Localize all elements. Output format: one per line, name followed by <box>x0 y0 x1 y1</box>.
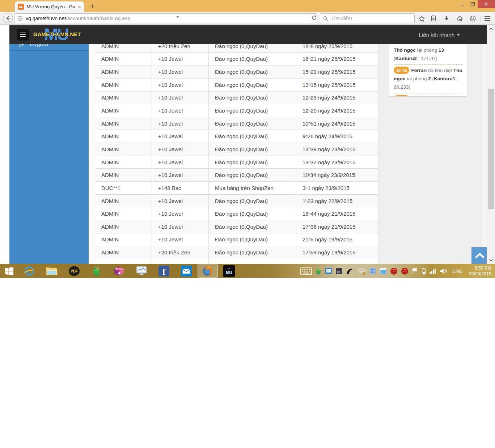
taskbar: e PDF VIE TEX f ✶MU <box>0 264 495 278</box>
mail-button[interactable] <box>175 264 198 278</box>
quick-links-dropdown[interactable]: Liên kết nhanh <box>419 32 460 38</box>
facebook-f-label: f <box>162 267 165 276</box>
home-icon[interactable] <box>456 14 464 22</box>
red-game-badge-1-icon[interactable]: 10 <box>390 267 398 275</box>
chat-smiley-icon[interactable] <box>469 14 477 22</box>
cell-description: Đào ngọc (0,QuyDau) <box>209 53 296 65</box>
reload-icon[interactable] <box>311 15 317 22</box>
file-explorer-button[interactable] <box>41 264 63 278</box>
cell-description: Đào ngọc (0,QuyDau) <box>209 130 296 143</box>
cell-user: ADMIN <box>95 195 152 207</box>
clock-time: 6:50 PM <box>469 265 491 271</box>
cell-amount: +20 triệu Zen <box>152 246 209 259</box>
volume-icon[interactable] <box>440 268 448 274</box>
language-indicator[interactable]: ENG <box>452 269 462 274</box>
cell-timestamp: 18h44 ngày 21/9/2015 <box>296 207 379 220</box>
url-path: /account/#auth/BankLog.asp <box>66 16 130 21</box>
sumatra-pdf-button[interactable]: PDF <box>63 264 85 278</box>
cell-timestamp: 11h34 ngày 23/9/2015 <box>296 169 379 181</box>
scrollbar-thumb[interactable] <box>488 89 494 209</box>
scrollbar-up-icon[interactable] <box>487 26 495 31</box>
cell-description: Đào ngọc (0,QuyDau) <box>209 104 296 117</box>
back-button[interactable] <box>3 13 13 23</box>
firefox-button[interactable] <box>198 265 218 278</box>
envelope-icon <box>182 269 190 274</box>
bookmark-star-icon[interactable] <box>418 14 426 22</box>
cell-timestamp: 13h32 ngày 23/9/2015 <box>296 156 379 169</box>
time-badge: 18h40 <box>394 95 409 96</box>
search-icon <box>323 16 328 21</box>
url-host: vq.gamethuvn.net <box>26 16 66 21</box>
cell-timestamp: 16h21 ngày 25/9/2015 <box>296 53 379 65</box>
scrollbar-down-icon[interactable] <box>487 257 495 263</box>
touch-keyboard-icon[interactable] <box>300 267 312 275</box>
swoosh-app-icon[interactable] <box>346 267 354 275</box>
chevron-up-icon <box>475 253 485 258</box>
cell-amount: +10 Jewel <box>152 233 209 246</box>
scroll-to-top-button[interactable] <box>471 247 488 264</box>
url-dropdown-icon[interactable] <box>176 16 179 18</box>
cell-user: ADMIN <box>95 92 152 104</box>
new-tab-button[interactable]: + <box>88 2 97 11</box>
red-game-badge-2-icon[interactable]: 10 <box>401 267 409 275</box>
browser-menu-icon[interactable] <box>483 14 491 22</box>
system-monitor-button[interactable] <box>130 264 153 278</box>
dotted-divider <box>394 64 462 65</box>
search-input[interactable]: Tìm kiếm <box>320 13 415 23</box>
sidebar-toggle-button[interactable] <box>17 29 29 41</box>
svg-text:E: E <box>371 269 375 274</box>
action-center-flag-icon[interactable] <box>412 267 418 275</box>
cell-description: Đào ngọc (0,QuyDau) <box>209 79 296 91</box>
cell-user: ADMIN <box>95 169 152 181</box>
site-globe-icon <box>17 16 23 21</box>
tab-close-icon[interactable]: × <box>78 4 81 10</box>
vertical-scrollbar[interactable] <box>487 25 495 264</box>
ime-icon[interactable] <box>325 267 332 275</box>
cell-amount: +148 Bac <box>152 182 209 194</box>
window-preview-icon[interactable] <box>335 267 343 275</box>
site-logo[interactable]: MU GAMETHUVN.NET <box>33 26 79 44</box>
ie-e-icon[interactable]: E <box>369 267 376 275</box>
browser-toolbar: vq.gamethuvn.net/account/#auth/BankLog.a… <box>0 12 495 25</box>
battery-icon[interactable] <box>422 267 426 275</box>
unikey-parrot-icon[interactable] <box>315 267 322 275</box>
restore-button[interactable] <box>468 0 478 8</box>
table-row: ADMIN+10 JewelĐào ngọc (0,QuyDau)18h44 n… <box>95 207 378 220</box>
cell-user: ADMIN <box>95 53 152 65</box>
search-placeholder: Tìm kiếm <box>331 16 352 21</box>
cell-amount: +10 Jewel <box>152 195 209 207</box>
cell-amount: +10 Jewel <box>152 220 209 233</box>
close-button[interactable]: ✕ <box>478 0 495 8</box>
cell-timestamp: 17h59 ngày 19/9/2015 <box>296 246 379 259</box>
start-button[interactable] <box>0 264 18 278</box>
cell-description: Đào ngọc (0,QuyDau) <box>209 195 296 207</box>
cell-amount: +10 Jewel <box>152 169 209 181</box>
cell-user: ADMIN <box>95 220 152 233</box>
wifi-warning-icon[interactable] <box>357 267 366 275</box>
cell-timestamp: 3h1 ngày 23/9/2015 <box>296 182 379 194</box>
downloads-icon[interactable] <box>443 14 450 22</box>
cell-description: Đào ngọc (0,QuyDau) <box>209 233 296 246</box>
clock[interactable]: 6:50 PM 09/25/2015 <box>469 265 491 277</box>
pdf-label: PDF <box>69 266 80 276</box>
cell-timestamp: 13h39 ngày 23/9/2015 <box>296 143 379 156</box>
display-settings-icon[interactable] <box>380 267 387 275</box>
vietex-button[interactable]: VIE TEX <box>108 264 130 278</box>
mu-game-label: MU <box>226 270 232 275</box>
internet-explorer-button[interactable]: e <box>18 264 41 278</box>
kill-feed-card: Thỏ ngọc tại phòng 13 (Kanturu2 : 171,97… <box>389 43 467 96</box>
bookmarks-menu-icon[interactable] <box>430 14 437 22</box>
cell-amount: +10 Jewel <box>152 156 209 169</box>
url-bar[interactable]: vq.gamethuvn.net/account/#auth/BankLog.a… <box>14 13 317 23</box>
kill-feed-entry: Thỏ ngọc tại phòng 13 (Kanturu2 : 171,97… <box>394 46 462 63</box>
minimize-button[interactable] <box>457 0 468 8</box>
network-signal-icon[interactable] <box>429 268 436 274</box>
cell-user: ADMIN <box>95 79 152 91</box>
mu-game-button[interactable]: ✶MU <box>218 264 240 278</box>
cell-description: Đào ngọc (0,QuyDau) <box>209 65 296 78</box>
cell-description: Đào ngọc (0,QuyDau) <box>209 156 296 169</box>
parrot-app-button[interactable] <box>85 264 108 278</box>
facebook-button[interactable]: f <box>153 264 175 278</box>
cell-timestamp: 9h26 ngày 24/9/2015 <box>296 130 379 143</box>
browser-tab[interactable]: MU Vương Quyền - Game... × <box>14 1 84 12</box>
